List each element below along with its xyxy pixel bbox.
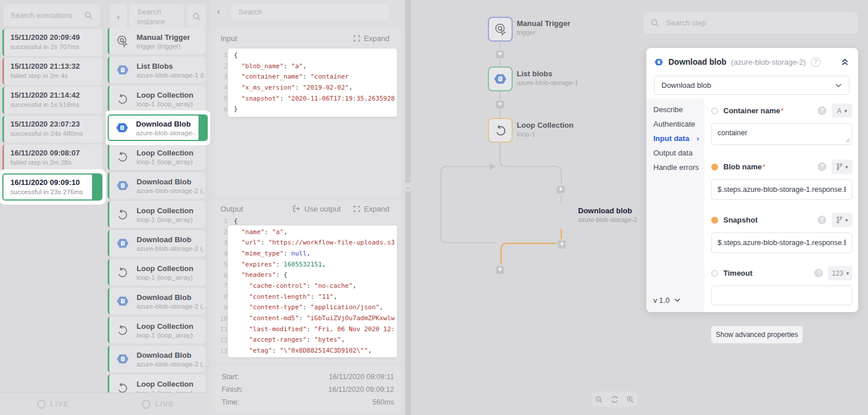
execution-item[interactable]: 16/11/2020 09:08:07failed step in 2m 28s xyxy=(2,144,102,172)
add-step-button[interactable]: + xyxy=(558,240,566,249)
add-step-button[interactable]: + xyxy=(496,266,504,274)
add-step-button[interactable]: + xyxy=(557,186,565,194)
code-line: 8 "content-length": "11", xyxy=(216,291,395,302)
output-expand-button[interactable]: Expand xyxy=(354,205,389,213)
required-asterisk: * xyxy=(762,162,765,171)
config-header: Download blob (azure-blob-storage-2) ? xyxy=(646,48,858,76)
step-subtitle: loop-1 (loop_array) xyxy=(137,332,193,339)
step-item[interactable]: Loop Collectionloop-1 (loop_array) xyxy=(108,317,205,343)
node-title: Manual Trigger xyxy=(517,19,570,28)
input-code[interactable]: 1{2 "blob_name": "a",3 "container_name":… xyxy=(216,50,395,114)
connector-version-select[interactable]: v 1.0 xyxy=(653,296,681,305)
field-status-dot[interactable] xyxy=(711,270,718,277)
step-item[interactable]: Download Blobazure-blob-storage-2 (... xyxy=(108,172,205,199)
execution-item[interactable]: 15/11/2020 23:07:23successful in 24s 480… xyxy=(2,116,102,143)
nav-label: Authenticate xyxy=(653,117,695,131)
step-item[interactable]: Download Blobazure-blob-storage-... xyxy=(108,114,208,141)
step-item[interactable]: Loop Collectionloop-1 (loop_array) xyxy=(108,86,205,112)
trigger-icon xyxy=(493,22,508,37)
step-item[interactable]: Loop Collectionloop-1 (loop_array) xyxy=(108,259,205,286)
field-type-select[interactable]: ▾ xyxy=(832,213,852,227)
step-title: Loop Collection xyxy=(137,322,193,331)
plus-icon: + xyxy=(560,240,564,248)
field-type-select[interactable]: A▾ xyxy=(832,103,852,118)
step-subtitle: trigger (trigger) xyxy=(137,43,190,50)
line-number: 3 xyxy=(216,239,227,246)
step-title: List Blobs xyxy=(137,62,205,71)
step-item[interactable]: Loop Collectionloop-1 (loop_array) xyxy=(108,201,205,228)
config-nav-input-data[interactable]: Input data› xyxy=(646,131,704,146)
steps-search-button[interactable] xyxy=(187,4,206,28)
live-toggle-executions[interactable]: LIVE xyxy=(37,400,69,409)
collapse-executions-button[interactable]: ‹ xyxy=(110,4,127,28)
collapse-panel-button[interactable] xyxy=(841,58,849,66)
help-icon[interactable]: ? xyxy=(818,162,826,171)
help-icon[interactable]: ? xyxy=(818,216,826,224)
blob-icon xyxy=(115,351,130,367)
operation-select[interactable]: Download blob xyxy=(654,76,849,95)
node-loop-collection[interactable] xyxy=(488,118,513,143)
executions-search-button[interactable] xyxy=(76,4,100,26)
step-title: Loop Collection xyxy=(137,91,193,99)
code-text: { xyxy=(234,51,395,59)
execution-item[interactable]: 15/11/2020 21:14:42successful in 1s 518m… xyxy=(2,87,102,114)
step-item[interactable]: Download Blobazure-blob-storage-2 (... xyxy=(108,346,205,372)
step-title: Manual Trigger xyxy=(137,33,190,42)
node-list-blobs[interactable] xyxy=(488,66,513,91)
blob-icon xyxy=(114,120,130,136)
help-icon[interactable]: ? xyxy=(814,269,823,277)
zoom-out-button[interactable] xyxy=(595,395,603,403)
panel-resize-divider[interactable]: ↔ xyxy=(405,0,411,415)
use-output-button[interactable]: Use output xyxy=(293,205,341,213)
config-nav-output-data[interactable]: Output data xyxy=(646,146,704,160)
field-label: Blob name xyxy=(723,162,762,171)
timeout-input[interactable] xyxy=(711,286,852,305)
code-line: 2 "blob_name": "a", xyxy=(216,61,395,72)
add-step-button[interactable]: + xyxy=(496,101,504,109)
output-code[interactable]: 1{2 "name": "a",3 "url": "https://workfl… xyxy=(216,216,395,356)
field-type-select[interactable]: 123▾ xyxy=(828,266,852,280)
steps-search-input[interactable]: Search instance xyxy=(130,4,184,28)
blob-name-input[interactable] xyxy=(711,179,852,200)
config-nav-describe[interactable]: Describe xyxy=(646,102,704,117)
io-search-input[interactable] xyxy=(231,4,389,20)
step-item[interactable]: Download Blobazure-blob-storage-2 (... xyxy=(108,288,205,314)
input-expand-button[interactable]: Expand xyxy=(354,34,389,43)
code-line: 1{ xyxy=(216,216,395,227)
field-status-dot[interactable] xyxy=(711,108,718,114)
snapshot-input[interactable] xyxy=(711,232,852,253)
config-nav-handle-errors[interactable]: Handle errors xyxy=(646,160,704,175)
step-item[interactable]: Loop Collectionloop-1 (loop_array) xyxy=(108,375,205,393)
resize-handle-icon[interactable] xyxy=(845,138,850,143)
container-name-input[interactable] xyxy=(711,123,852,145)
executions-search-input[interactable] xyxy=(3,4,86,26)
step-search-input[interactable] xyxy=(665,18,851,28)
field-type-select[interactable]: ▾ xyxy=(832,160,852,174)
config-title: Download blob xyxy=(668,57,726,66)
help-icon[interactable]: ? xyxy=(811,57,821,67)
add-step-button[interactable]: + xyxy=(496,50,504,58)
execution-item[interactable]: 15/11/2020 21:13:32failed step in 2m 4s xyxy=(2,58,102,85)
live-toggle-steps[interactable]: LIVE xyxy=(142,400,174,409)
show-advanced-properties-button[interactable]: Show advanced properties xyxy=(711,326,803,343)
config-subtitle: (azure-blob-storage-2) xyxy=(731,58,806,66)
code-text: { xyxy=(234,217,395,225)
field-status-dot[interactable] xyxy=(711,217,718,224)
execution-item[interactable]: 16/11/2020 09:09:10successful in 23s 276… xyxy=(2,173,102,201)
zoom-in-button[interactable] xyxy=(626,395,634,403)
collapse-steps-button[interactable]: ‹ xyxy=(217,6,220,16)
help-icon[interactable]: ? xyxy=(818,106,826,115)
step-item[interactable]: Manual Triggertrigger (trigger) xyxy=(108,28,205,54)
field-label: Timeout xyxy=(723,269,752,277)
node-title: Download blob xyxy=(578,206,632,215)
step-item[interactable]: List Blobsazure-blob-storage-1 (l... xyxy=(108,57,205,83)
code-text: "blob_name": "a", xyxy=(234,62,395,70)
zoom-reset-button[interactable] xyxy=(610,395,619,403)
execution-item[interactable]: 15/11/2020 20:09:49successful in 2s 707m… xyxy=(2,29,102,56)
node-manual-trigger[interactable] xyxy=(488,17,513,42)
step-item[interactable]: Download Blobazure-blob-storage-2 (... xyxy=(108,230,205,257)
step-item[interactable]: Loop Collectionloop-1 (loop_array) xyxy=(108,143,205,170)
config-nav-authenticate[interactable]: Authenticate xyxy=(646,117,704,131)
field-status-dot[interactable] xyxy=(711,164,718,171)
expand-label: Expand xyxy=(364,34,389,43)
